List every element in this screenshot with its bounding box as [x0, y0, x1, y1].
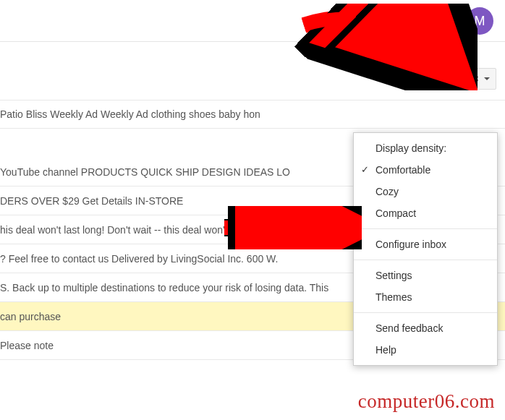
menu-item-themes[interactable]: Themes — [354, 286, 497, 308]
avatar-letter: M — [475, 14, 485, 29]
notifications-icon[interactable] — [427, 8, 453, 34]
apps-icon[interactable] — [399, 14, 414, 28]
menu-item-comfortable[interactable]: Comfortable — [354, 159, 497, 181]
top-bar: M — [0, 0, 505, 42]
menu-separator — [354, 228, 497, 229]
menu-item-send-feedback[interactable]: Send feedback — [354, 317, 497, 339]
gear-icon — [467, 72, 480, 85]
menu-title: Display density: — [354, 137, 497, 159]
watermark: computer06.com — [358, 390, 495, 413]
menu-item-help[interactable]: Help — [354, 339, 497, 361]
settings-gear-button[interactable] — [459, 68, 496, 90]
mail-snippet: Patio Bliss Weekly Ad Weekly Ad clothing… — [0, 108, 496, 120]
menu-item-settings[interactable]: Settings — [354, 265, 497, 286]
menu-item-compact[interactable]: Compact — [354, 202, 497, 224]
avatar[interactable]: M — [466, 7, 493, 35]
menu-separator — [354, 260, 497, 260]
caret-down-icon — [484, 77, 490, 80]
menu-separator — [354, 312, 497, 313]
mail-row[interactable]: Patio Bliss Weekly Ad Weekly Ad clothing… — [0, 100, 505, 129]
menu-item-configure-inbox[interactable]: Configure inbox — [354, 233, 497, 255]
menu-item-cozy[interactable]: Cozy — [354, 181, 497, 202]
settings-menu: Display density: Comfortable Cozy Compac… — [353, 132, 498, 366]
top-bar-right: M — [399, 7, 493, 35]
content-area: Patio Bliss Weekly Ad Weekly Ad clothing… — [0, 42, 505, 420]
